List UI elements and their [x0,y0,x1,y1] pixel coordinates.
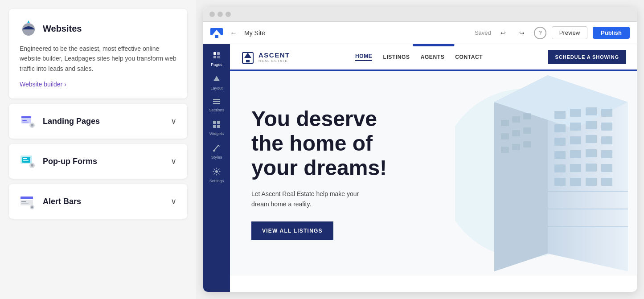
websites-card: Websites Engineered to be the easiest, m… [9,9,187,98]
sections-icon [213,98,221,106]
site-nav: HOME LISTINGS AGENTS CONTACT [355,53,483,61]
svg-rect-71 [523,113,531,119]
leadpages-logo [210,28,223,38]
browser-dot-yellow [217,12,223,17]
publish-button[interactable]: Publish [593,27,630,39]
settings-icon [213,168,221,177]
svg-rect-51 [586,121,597,129]
svg-rect-25 [213,56,216,58]
nav-item-listings[interactable]: LISTINGS [383,54,410,60]
layout-label: Layout [210,86,222,90]
site-logo-main: ASCENT [258,51,290,59]
sidebar-item-settings[interactable]: Settings [205,164,228,187]
preview-button[interactable]: Preview [552,26,587,39]
redo-button[interactable]: ↪ [515,26,529,40]
sidebar-item-sections[interactable]: Sections [205,95,228,116]
alert-bars-title: Alert Bars [43,197,81,206]
svg-marker-1 [27,20,30,23]
alert-bars-item[interactable]: Alert Bars ∨ [9,184,187,219]
svg-rect-47 [586,107,597,115]
sidebar-item-widgets[interactable]: Widgets [205,117,228,139]
svg-point-13 [31,164,33,167]
browser-dot-red [209,12,215,17]
svg-rect-75 [501,147,509,153]
landing-pages-item[interactable]: Landing Pages ∨ [9,104,187,139]
sidebar-item-layout[interactable]: Layout [205,71,228,94]
hero-title: You deserve the home of your dreams! [251,106,412,180]
hero-image-area [455,71,637,276]
nav-item-home[interactable]: HOME [355,53,372,61]
svg-point-7 [31,124,33,127]
svg-line-36 [218,145,219,146]
undo-button[interactable]: ↩ [496,26,510,40]
svg-rect-61 [554,164,566,172]
nav-item-contact[interactable]: CONTACT [455,54,483,60]
landing-pages-chevron: ∨ [171,116,176,126]
svg-rect-66 [570,178,581,186]
layout-icon [213,75,221,85]
svg-rect-41 [246,60,250,62]
svg-rect-34 [217,125,220,128]
website-preview: EDIT HEADER ASCENT REAL ESTATE [230,44,637,292]
edit-header-badge[interactable]: EDIT HEADER [413,44,454,46]
svg-rect-26 [217,56,220,58]
svg-rect-72 [501,133,509,139]
svg-point-19 [31,206,33,209]
pages-icon [213,51,221,61]
svg-rect-74 [523,127,531,134]
svg-rect-16 [21,201,26,202]
svg-rect-56 [601,136,612,144]
site-logo-sub: REAL ESTATE [258,59,290,63]
svg-rect-10 [23,158,27,159]
sidebar-item-styles[interactable]: Styles [205,140,228,163]
hero-subtitle: Let Ascent Real Estate help make your dr… [251,189,376,209]
landing-pages-left: Landing Pages [20,113,100,130]
svg-rect-64 [601,164,612,172]
schedule-showing-button[interactable]: SCHEDULE A SHOWING [548,50,626,64]
svg-rect-67 [586,178,597,186]
svg-rect-59 [586,149,597,157]
websites-title: Websites [43,24,82,34]
popup-forms-item[interactable]: Pop-up Forms ∨ [9,144,187,179]
svg-rect-77 [523,141,531,147]
svg-rect-58 [570,150,581,158]
svg-rect-68 [601,178,612,186]
pages-label: Pages [211,62,222,67]
view-all-listings-button[interactable]: VIEW ALL LISTINGS [251,221,333,240]
alert-bars-icon [20,193,37,210]
hero-section: You deserve the home of your dreams! Let… [230,71,637,276]
svg-rect-22 [215,35,218,38]
svg-rect-53 [554,138,566,146]
svg-rect-52 [601,123,612,131]
svg-rect-29 [213,101,220,102]
sidebar-item-pages[interactable]: Pages [205,48,228,70]
help-button[interactable]: ? [534,27,546,39]
svg-marker-27 [213,76,220,81]
popup-forms-title: Pop-up Forms [43,157,97,166]
alert-bars-left: Alert Bars [20,193,81,210]
left-panel: Websites Engineered to be the easiest, m… [0,0,196,299]
nav-item-agents[interactable]: AGENTS [421,54,445,60]
website-builder-link[interactable]: Website builder › [20,81,176,88]
websites-description: Engineered to be the easiest, most effec… [20,44,176,74]
back-arrow-icon[interactable]: ← [228,27,239,39]
svg-rect-48 [601,109,612,117]
svg-rect-57 [554,151,566,159]
svg-rect-63 [586,164,597,172]
site-logo: ASCENT REAL ESTATE [241,49,290,65]
svg-rect-31 [213,121,216,124]
popup-forms-icon [20,153,37,170]
svg-rect-46 [570,109,581,117]
svg-rect-4 [22,120,27,121]
landing-pages-title: Landing Pages [43,117,100,126]
svg-rect-62 [570,164,581,172]
svg-rect-14 [21,197,33,199]
editor-toolbar: ← My Site Saved ↩ ↪ ? Preview Publish [203,22,637,44]
hero-building-image [459,71,637,271]
alert-bars-chevron: ∨ [171,197,176,206]
svg-rect-70 [512,116,520,123]
svg-rect-49 [554,124,566,132]
landing-pages-icon [20,113,37,130]
editor-sidebar: Pages Layout [203,44,230,292]
site-header[interactable]: EDIT HEADER ASCENT REAL ESTATE [230,44,637,71]
